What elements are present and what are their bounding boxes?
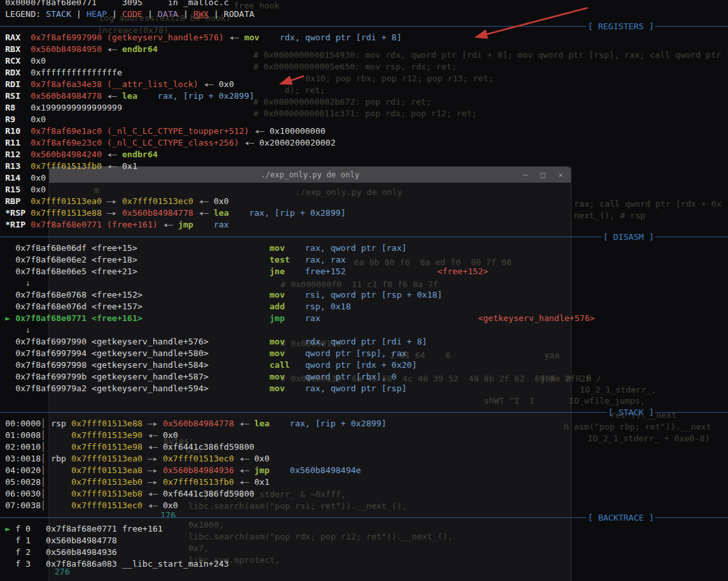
terminal-screen[interactable]: ./exp_only.py de only – □ ✕ free_hooktog… [0, 0, 728, 581]
register-row: RDX 0xfffffffffffffffe [0, 67, 728, 79]
stack-section: 00:0000│ rsp 0x7fff01513e88 —▸ 0x560b849… [0, 418, 728, 511]
disasm-section-header: [ DISASM ] [0, 231, 728, 242]
disasm-row: 0x7f8af68e06e5 <free+21> jne free+152 <f… [0, 266, 728, 278]
disasm-row: 0x7f8af6997994 <getkeyserv_handle+580> m… [0, 348, 728, 359]
registers-section: RAX 0x7f8af6997990 (getkeyserv_handle+57… [0, 32, 728, 231]
disasm-section: 0x7f8af68e06df <free+15> mov rax, qword … [0, 242, 728, 394]
register-row: RSI 0x560b84984778 ◂— lea rax, [rip + 0x… [0, 90, 728, 102]
disasm-row: 0x7f8af68e0768 <free+152> mov rsi, qword… [0, 289, 728, 301]
registers-section-header: [ REGISTERS ] [0, 20, 728, 32]
disasm-row: 0x7f8af6997990 <getkeyserv_handle+576> m… [0, 336, 728, 348]
register-row: RAX 0x7f8af6997990 (getkeyserv_handle+57… [0, 32, 728, 44]
backtrace-header-label: [ BACKTRACE ] [586, 513, 655, 523]
register-row: R8 0x1999999999999999 [0, 102, 728, 114]
backtrace-section: ► f 0 0x7f8af68e0771 free+161 f 1 0x560b… [0, 523, 728, 570]
status-and-legend: 0x00007f8af68e0771 3095 in _malloc.cLEGE… [0, 0, 728, 20]
register-row: R11 0x7f8af69e23c0 (_nl_C_LC_CTYPE_class… [0, 137, 728, 149]
disasm-header-label: [ DISASM ] [602, 232, 655, 242]
register-row: R12 0x560b84984240 ◂— endbr64 [0, 149, 728, 161]
registers-header-label: [ REGISTERS ] [586, 21, 655, 31]
stack-row: 04:0020│ 0x7fff01513ea8 —▸ 0x560b8498493… [0, 465, 728, 476]
register-row: *RIP 0x7f8af68e0771 (free+161) ◂— jmp ra… [0, 219, 728, 231]
stack-row: 07:0038│ 0x7fff01513ec0 ◂— 0x0 [0, 500, 728, 511]
register-row: R14 0x0 [0, 172, 728, 184]
disasm-row: 0x7f8af68e06e2 <free+18> test rax, rax [0, 254, 728, 266]
register-row: *RSP 0x7fff01513e88 —▸ 0x560b84984778 ◂—… [0, 207, 728, 219]
stack-section-header: [ STACK ] [0, 406, 728, 418]
register-row: R10 0x7f8af69e1ac0 (_nl_C_LC_CTYPE_toupp… [0, 125, 728, 137]
backtrace-row: f 1 0x560b84984778 [0, 535, 728, 547]
register-row: RCX 0x0 [0, 55, 728, 67]
backtrace-row: ► f 0 0x7f8af68e0771 free+161 [0, 523, 728, 535]
terminal-line: 0x00007f8af68e0771 3095 in _malloc.c [0, 0, 728, 8]
stack-row: 06:0030│ 0x7fff01513eb8 ◂— 0xf6441c386fd… [0, 488, 728, 500]
stack-row: 01:0008│ 0x7fff01513e90 ◂— 0x0 [0, 430, 728, 441]
backtrace-row: f 2 0x560b84984936 [0, 547, 728, 558]
stack-row: 00:0000│ rsp 0x7fff01513e88 —▸ 0x560b849… [0, 418, 728, 430]
disasm-row: ► 0x7f8af68e0771 <free+161> jmp rax <get… [0, 313, 728, 324]
backtrace-row: f 3 0x7f8af686a083 __libc_start_main+243 [0, 558, 728, 570]
stack-row: 05:0028│ 0x7fff01513eb0 —▸ 0x7fff01513fb… [0, 476, 728, 488]
disasm-row: 0x7f8af69979a2 <getkeyserv_handle+594> m… [0, 383, 728, 394]
register-row: RBP 0x7fff01513ea0 —▸ 0x7fff01513ec0 ◂— … [0, 196, 728, 207]
register-row: R15 0x0 [0, 184, 728, 196]
stack-row: 03:0018│ rbp 0x7fff01513ea0 —▸ 0x7fff015… [0, 453, 728, 465]
disasm-row: 0x7f8af68e076d <free+157> add rsp, 0x18 [0, 301, 728, 313]
stack-row: 02:0010│ 0x7fff01513e98 ◂— 0xf6441c386fd… [0, 441, 728, 453]
disasm-row: 0x7f8af699799b <getkeyserv_handle+587> m… [0, 371, 728, 383]
disasm-row: ↓ [0, 324, 728, 336]
register-row: R9 0x0 [0, 114, 728, 125]
stack-header-label: [ STACK ] [607, 407, 655, 417]
disasm-row: 0x7f8af6997998 <getkeyserv_handle+584> c… [0, 359, 728, 371]
pwndbg-output: 0x00007f8af68e0771 3095 in _malloc.cLEGE… [0, 0, 728, 570]
register-row: RDI 0x7f8af6a34e38 (__attr_list_lock) ◂—… [0, 79, 728, 90]
backtrace-section-header: [ BACKTRACE ] [0, 511, 728, 523]
disasm-row: ↓ [0, 278, 728, 289]
register-row: R13 0x7fff01513fb0 ◂— 0x1 [0, 161, 728, 172]
disasm-row: 0x7f8af68e06df <free+15> mov rax, qword … [0, 242, 728, 254]
register-row: RBX 0x560b84984950 ◂— endbr64 [0, 44, 728, 55]
terminal-line: LEGEND: STACK | HEAP | CODE | DATA | RWX… [0, 8, 728, 20]
